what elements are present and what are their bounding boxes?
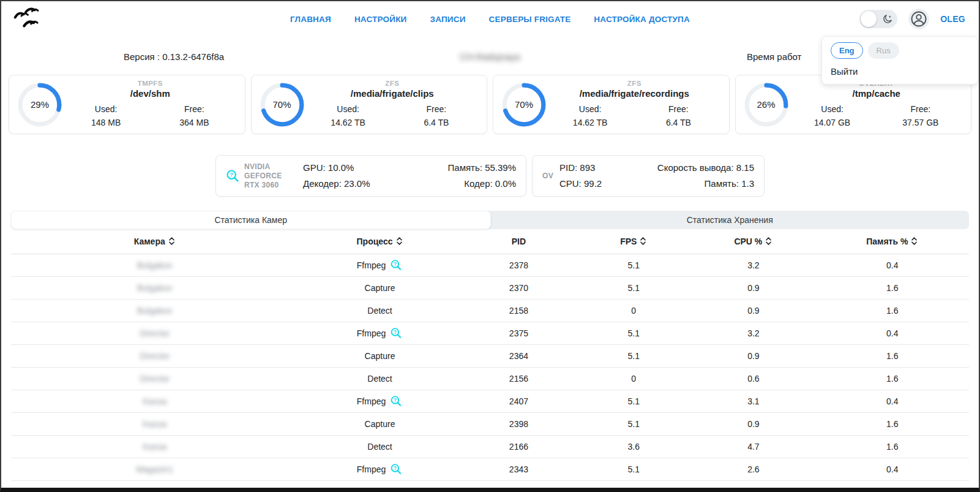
nav-item-recordings[interactable]: ЗАПИСИ xyxy=(430,15,466,24)
camera-name: Director xyxy=(140,374,170,384)
ffmpeg-info-icon[interactable] xyxy=(389,259,403,271)
table-row: Bulgakov Detect 2158 0 0.9 1.6 xyxy=(11,299,969,322)
sort-chevrons-icon[interactable] xyxy=(639,237,647,246)
moon-icon xyxy=(882,13,893,25)
mem-value: 0.4 xyxy=(816,458,969,480)
gpu-right-stats: Память: 55.39% Кодер: 0.0% xyxy=(448,160,516,192)
server-name-blurred: CH-Radujnaya xyxy=(460,51,520,62)
lang-eng-button[interactable]: Eng xyxy=(831,42,863,59)
header-pid: PID xyxy=(462,229,577,254)
usage-percent-label: 70% xyxy=(502,83,546,127)
pid-value: 2158 xyxy=(462,299,577,322)
nav-item-home[interactable]: ГЛАВНАЯ xyxy=(290,15,331,24)
header-cpu[interactable]: CPU % xyxy=(691,229,815,254)
sort-chevrons-icon[interactable] xyxy=(910,237,918,246)
free-value: 37.57 GB xyxy=(877,116,965,129)
magnifier-question-icon xyxy=(226,169,239,183)
process-name: Ffmpeg xyxy=(357,328,386,338)
fps-value: 0 xyxy=(576,367,691,390)
used-value: 14.62 TB xyxy=(546,116,634,129)
ov-cpu: CPU: 99.2 xyxy=(559,176,602,192)
cpu-value: 0.9 xyxy=(691,344,815,367)
nav-item-frigate-servers[interactable]: СЕРВЕРЫ FRIGATE xyxy=(489,15,571,24)
ov-stats-card: OV PID: 893 CPU: 99.2 Скорость вывода: 8… xyxy=(532,155,765,197)
process-name: Capture xyxy=(365,351,395,361)
mount-path-label: /tmp/cache xyxy=(853,88,900,99)
process-name: Ffmpeg xyxy=(357,260,386,270)
ffmpeg-info-icon[interactable] xyxy=(389,395,403,407)
header-camera[interactable]: Камера xyxy=(11,229,299,254)
process-name: Capture xyxy=(365,283,395,293)
table-row: Director Ffmpeg 2375 5.1 3.2 0.4 xyxy=(11,322,969,344)
fs-type-label: TMPFS xyxy=(138,80,163,87)
user-dropdown-menu: Eng Rus Выйти xyxy=(821,36,978,85)
cpu-value: 3.2 xyxy=(691,322,815,344)
fps-value: 5.1 xyxy=(576,390,691,412)
header-process[interactable]: Процесс xyxy=(299,229,462,254)
stats-tabs: Статистика Камер Статистика Хранения xyxy=(11,211,969,229)
frigate-logo-icon xyxy=(10,4,42,36)
camera-name: Bulgakov xyxy=(137,260,173,270)
camera-name: Director xyxy=(140,328,170,338)
camera-name: Bulgakov xyxy=(137,306,173,316)
ov-left-stats: PID: 893 CPU: 99.2 xyxy=(559,160,602,192)
usage-percent-label: 29% xyxy=(18,83,62,127)
header-memory[interactable]: Память % xyxy=(816,229,969,254)
tab-storage-stats[interactable]: Статистика Хранения xyxy=(491,211,970,229)
process-name: Ffmpeg xyxy=(357,464,386,474)
camera-name: Director xyxy=(140,351,170,361)
camera-stats-table: Камера Процесс PID FPS CPU % Память % Bu… xyxy=(11,229,969,481)
nav-item-access-settings[interactable]: НАСТРОЙКА ДОСТУПА xyxy=(594,15,690,24)
pid-value: 2343 xyxy=(462,458,577,480)
logout-button[interactable]: Выйти xyxy=(831,66,969,77)
free-value: 364 MB xyxy=(150,116,238,129)
camera-name: Kassa xyxy=(143,419,166,429)
header-fps[interactable]: FPS xyxy=(576,229,691,254)
cpu-value: 3.1 xyxy=(691,390,815,412)
tab-camera-stats[interactable]: Статистика Камер xyxy=(11,211,491,229)
table-row: Director Detect 2156 0 0.6 1.6 xyxy=(11,367,969,390)
fps-value: 5.1 xyxy=(576,322,691,344)
theme-toggle[interactable] xyxy=(859,10,897,28)
nav-item-settings[interactable]: НАСТРОЙКИ xyxy=(354,15,407,24)
ov-tag-label: OV xyxy=(542,172,553,180)
username-label[interactable]: OLEG xyxy=(940,14,965,24)
table-row: Director Capture 2364 5.1 0.9 1.6 xyxy=(11,344,969,367)
sort-chevrons-icon[interactable] xyxy=(395,237,403,246)
used-label: Used: xyxy=(62,102,150,116)
cpu-value: 0.9 xyxy=(691,412,815,435)
fps-value: 5.1 xyxy=(576,458,691,480)
fps-value: 5.1 xyxy=(576,412,691,435)
free-label: Free: xyxy=(150,102,238,116)
mem-value: 1.6 xyxy=(816,435,969,458)
ffmpeg-info-icon[interactable] xyxy=(389,327,403,339)
used-value: 14.07 GB xyxy=(788,116,877,129)
process-name: Capture xyxy=(365,419,395,429)
gpu-memory: Память: 55.39% xyxy=(448,160,516,176)
table-row: Bulgakov Capture 2370 5.1 0.9 1.6 xyxy=(11,276,969,299)
usage-gauge: 26% xyxy=(744,83,788,127)
camera-name: Magazin1 xyxy=(136,464,173,474)
sort-chevrons-icon[interactable] xyxy=(765,237,772,246)
cpu-value: 0.6 xyxy=(691,367,815,390)
cpu-value: 3.2 xyxy=(691,254,815,276)
uptime-label: Время работ xyxy=(747,51,801,62)
table-header-row: Камера Процесс PID FPS CPU % Память % xyxy=(11,229,969,254)
table-row: Kassa Ffmpeg 2407 5.1 3.1 0.4 xyxy=(11,390,969,412)
pid-value: 2156 xyxy=(462,367,577,390)
usage-gauge: 70% xyxy=(260,83,304,127)
used-value: 14.62 TB xyxy=(304,116,392,129)
used-label: Used: xyxy=(788,102,877,116)
usage-gauge: 29% xyxy=(18,83,62,127)
mount-path-label: /dev/shm xyxy=(130,88,170,99)
storage-card-dev-shm: 29% TMPFS /dev/shm Used:148 MB Free:364 … xyxy=(9,75,245,134)
used-value: 148 MB xyxy=(62,116,150,129)
process-name: Ffmpeg xyxy=(357,396,386,406)
free-label: Free: xyxy=(634,102,722,116)
user-avatar[interactable] xyxy=(908,9,929,29)
lang-rus-button[interactable]: Rus xyxy=(868,42,899,59)
sort-chevrons-icon[interactable] xyxy=(168,237,176,246)
cpu-value: 4.7 xyxy=(691,435,815,458)
mem-value: 1.6 xyxy=(816,344,969,367)
ffmpeg-info-icon[interactable] xyxy=(389,463,403,475)
